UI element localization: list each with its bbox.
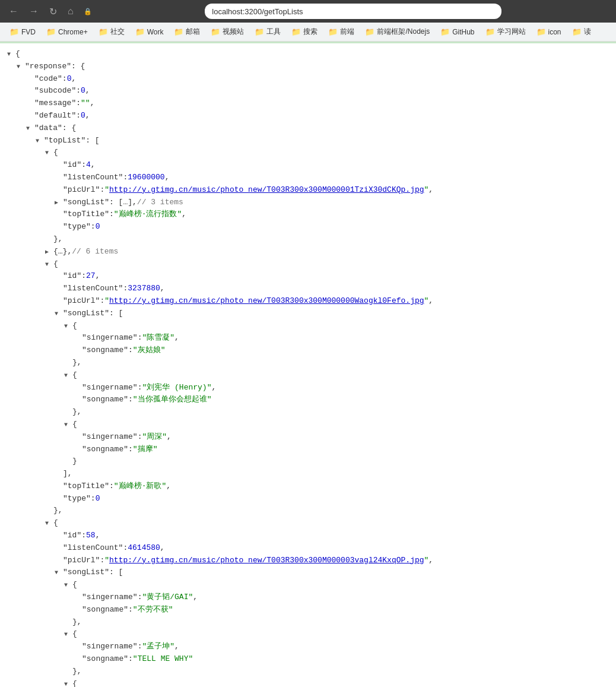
data-key: "data": { — [7, 122, 609, 135]
item1-id: "id": 4, — [7, 159, 609, 172]
address-bar[interactable] — [205, 4, 501, 19]
song4a-close: }, — [7, 616, 609, 629]
forward-button[interactable]: → — [26, 5, 42, 18]
song2-songname: "songname": "当你孤单你会想起谁" — [7, 394, 609, 406]
song4c-open: { — [7, 678, 609, 687]
item4-songlist-open: "songList": [ — [7, 566, 609, 579]
song1-singername: "singername": "陈雪凝", — [7, 332, 609, 344]
toggle-item1[interactable] — [45, 148, 53, 158]
song1-close: }, — [7, 357, 609, 369]
folder-icon: 📁 — [9, 27, 19, 36]
toggle-data[interactable] — [26, 124, 34, 134]
bookmark-label: 工具 — [266, 27, 281, 37]
bookmark-work[interactable]: 📁 Work — [131, 26, 169, 38]
bookmark-label: Work — [147, 28, 164, 36]
item3-songlist-open: "songList": [ — [7, 308, 609, 320]
folder-icon: 📁 — [485, 27, 495, 36]
toggle-toplist[interactable] — [36, 137, 44, 146]
folder-icon: 📁 — [328, 27, 338, 36]
folder-icon: 📁 — [440, 27, 450, 36]
home-button[interactable]: ⌂ — [65, 5, 77, 18]
bookmark-chrome-plus[interactable]: 📁 Chrome+ — [42, 26, 93, 38]
reload-button[interactable]: ↻ — [46, 5, 60, 18]
toggle-response[interactable] — [17, 62, 25, 72]
item1-toptitle: "topTitle": "巅峰榜·流行指数", — [7, 208, 609, 221]
bookmark-label: FVD — [21, 28, 36, 36]
bookmark-search[interactable]: 📁 搜索 — [287, 25, 322, 39]
toggle-item4-songlist[interactable] — [55, 568, 63, 578]
folder-icon: 📁 — [211, 27, 220, 36]
bookmark-fvd[interactable]: 📁 FVD — [5, 26, 40, 38]
response-key: "response": { — [7, 61, 609, 73]
folder-icon: 📁 — [255, 27, 264, 36]
toggle-song4c[interactable] — [64, 680, 72, 687]
bookmark-email[interactable]: 📁 邮箱 — [169, 25, 205, 39]
toggle-song3[interactable] — [64, 420, 72, 430]
folder-icon: 📁 — [135, 27, 145, 36]
item3-open: { — [7, 258, 609, 271]
item3-listencount: "listenCount": 3237880, — [7, 283, 609, 295]
song3-close: } — [7, 455, 609, 468]
song4a-open: { — [7, 579, 609, 591]
bookmark-label: 学习网站 — [497, 27, 526, 37]
lock-icon: 🔒 — [84, 8, 92, 15]
song3-open: { — [7, 419, 609, 431]
message-line: "message": "", — [7, 97, 609, 110]
song1-open: { — [7, 320, 609, 333]
toggle-item4[interactable] — [45, 519, 53, 528]
bookmark-tools[interactable]: 📁 工具 — [250, 25, 285, 39]
folder-icon: 📁 — [536, 27, 546, 36]
bookmark-label: GitHub — [452, 28, 474, 36]
item1-songlist-collapsed: "songList": [ …], // 3 items — [7, 197, 609, 209]
bookmarks-bar: 📁 FVD 📁 Chrome+ 📁 社交 📁 Work 📁 邮箱 📁 视频站 📁… — [0, 23, 616, 42]
toggle-item1-songlist[interactable] — [55, 198, 63, 208]
item3-toptitle: "topTitle": "巅峰榜·新歌", — [7, 480, 609, 493]
folder-icon: 📁 — [365, 27, 374, 36]
song2-open: { — [7, 369, 609, 382]
bookmark-read[interactable]: 📁 读 — [567, 25, 596, 39]
toggle-item-collapsed[interactable] — [45, 248, 53, 257]
folder-icon: 📁 — [572, 27, 582, 36]
toplist-key: "topList": [ — [7, 135, 609, 147]
json-viewer: { "response": { "code": 0, "subcode": 0,… — [0, 43, 616, 687]
song2-close: }, — [7, 406, 609, 419]
bookmark-learning[interactable]: 📁 学习网站 — [481, 25, 531, 39]
item1-close: }, — [7, 233, 609, 246]
toggle-song4b[interactable] — [64, 630, 72, 639]
back-button[interactable]: ← — [6, 5, 21, 18]
bookmark-label: 前端框架/Nodejs — [377, 27, 430, 37]
subcode-line: "subcode": 0, — [7, 85, 609, 97]
bookmark-nodejs[interactable]: 📁 前端框架/Nodejs — [360, 25, 434, 39]
song4b-open: { — [7, 628, 609, 641]
song2-singername: "singername": "刘宪华 (Henry)", — [7, 382, 609, 394]
toggle-item3[interactable] — [45, 260, 53, 270]
toggle-song1[interactable] — [64, 322, 72, 331]
bookmark-social[interactable]: 📁 社交 — [94, 25, 129, 39]
song4b-singername: "singername": "孟子坤", — [7, 641, 609, 653]
folder-icon: 📁 — [99, 27, 108, 36]
folder-icon: 📁 — [174, 27, 183, 36]
song4b-songname: "songname": "TELL ME WHY" — [7, 653, 609, 666]
toggle-song2[interactable] — [64, 371, 72, 381]
item4-picurl: "picUrl": "http://y.gtimg.cn/music/photo… — [7, 555, 609, 567]
item4-id: "id": 58, — [7, 530, 609, 542]
item4-open: { — [7, 517, 609, 530]
bookmark-github[interactable]: 📁 GitHub — [436, 26, 479, 38]
bookmark-frontend[interactable]: 📁 前端 — [323, 25, 359, 39]
toggle-song4a[interactable] — [64, 581, 72, 590]
folder-icon: 📁 — [46, 27, 56, 36]
toggle-item3-songlist[interactable] — [55, 309, 63, 319]
song4a-songname: "songname": "不劳不获" — [7, 604, 609, 616]
bookmark-label: icon — [548, 28, 561, 36]
bookmark-label: 社交 — [110, 27, 125, 37]
code-line: "code": 0, — [7, 73, 609, 86]
bookmark-label: 前端 — [340, 27, 354, 37]
bookmark-video[interactable]: 📁 视频站 — [206, 25, 249, 39]
toggle-root[interactable] — [7, 50, 15, 59]
item1-listencount: "listenCount": 19600000, — [7, 172, 609, 184]
item3-type: "type": 0 — [7, 493, 609, 505]
default-line: "default": 0, — [7, 110, 609, 122]
bookmark-icon[interactable]: 📁 icon — [532, 26, 566, 38]
song1-songname: "songname": "灰姑娘" — [7, 344, 609, 357]
bookmark-label: 读 — [584, 27, 591, 37]
